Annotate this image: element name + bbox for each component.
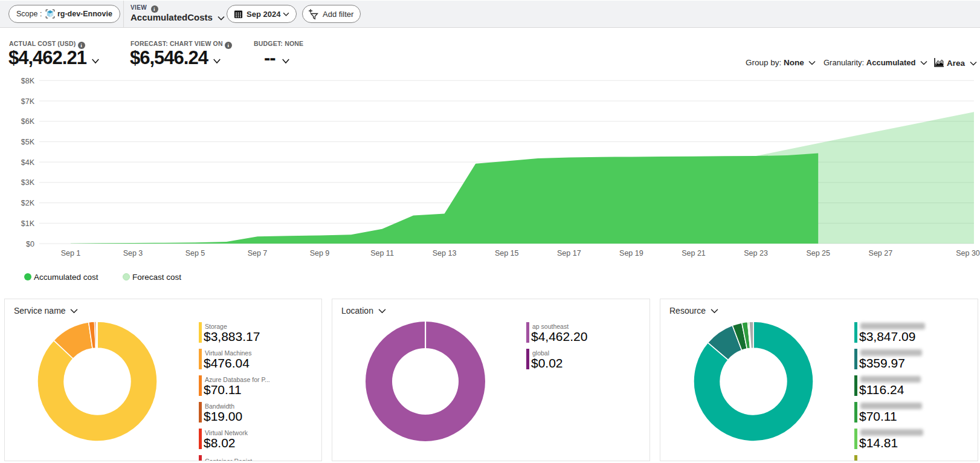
svg-text:Sep 27: Sep 27 [869,249,893,257]
svg-text:$6K: $6K [21,117,35,126]
svg-text:Sep 30: Sep 30 [956,249,980,257]
svg-text:$5K: $5K [21,138,35,146]
svg-text:$8K: $8K [21,77,35,85]
svg-text:Sep 21: Sep 21 [682,249,706,257]
svg-text:$3K: $3K [21,178,35,187]
svg-text:Sep 9: Sep 9 [310,249,330,257]
svg-text:Sep 19: Sep 19 [619,249,643,257]
svg-text:Sep 11: Sep 11 [370,249,394,257]
svg-text:$2K: $2K [21,199,35,207]
svg-text:Sep 13: Sep 13 [433,249,457,257]
svg-text:Sep 5: Sep 5 [185,249,205,257]
svg-text:Sep 3: Sep 3 [123,249,143,257]
svg-text:$1K: $1K [21,219,35,228]
svg-text:Sep 15: Sep 15 [495,249,519,257]
svg-text:$0: $0 [26,240,34,248]
svg-text:Sep 23: Sep 23 [744,249,768,257]
svg-text:Sep 25: Sep 25 [806,249,830,257]
svg-text:$7K: $7K [21,97,35,106]
svg-text:Sep 17: Sep 17 [557,249,581,257]
svg-text:Sep 7: Sep 7 [248,249,268,257]
svg-text:$4K: $4K [21,158,35,167]
svg-text:Sep 1: Sep 1 [61,249,81,257]
